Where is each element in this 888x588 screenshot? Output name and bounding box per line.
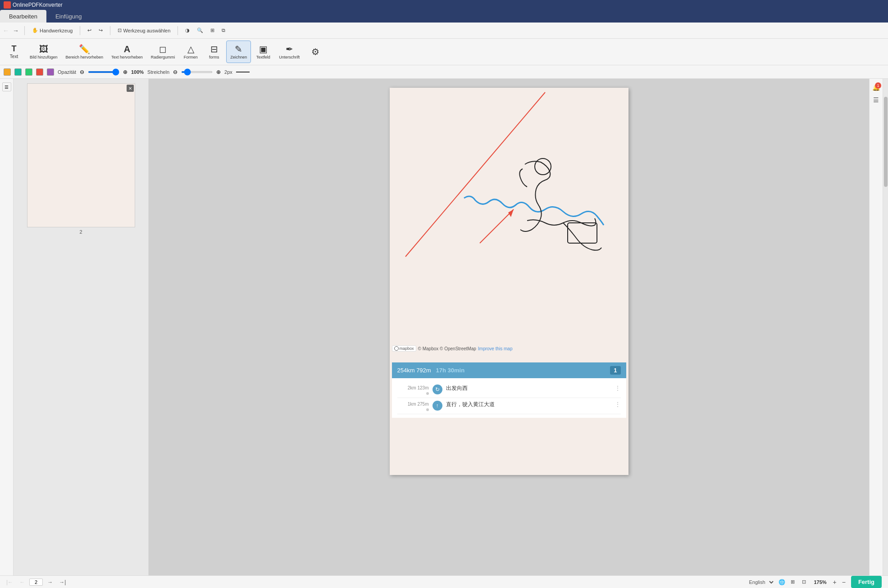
first-page-btn[interactable]: |← — [5, 578, 15, 586]
thumb-delete-btn[interactable]: ✕ — [127, 85, 134, 92]
tool-bereich[interactable]: ✏️ Bereich hervorheben — [62, 41, 107, 63]
opacity-decrease-icon[interactable]: ⊖ — [80, 69, 84, 75]
notification-container: 🔔 1 — [871, 82, 881, 92]
fit-page-btn[interactable]: ⊡ — [800, 578, 808, 586]
tab-einfuegung[interactable]: Einfügung — [46, 10, 91, 23]
opacity-slider[interactable] — [88, 71, 119, 73]
color-swatch-purple[interactable] — [47, 68, 54, 76]
page-number-input[interactable] — [29, 579, 43, 586]
language-select[interactable]: English Deutsch 中文 — [747, 579, 775, 585]
step-2-menu[interactable]: ⋮ — [615, 401, 621, 408]
stroke-value: 2px — [224, 69, 232, 75]
step-1-menu[interactable]: ⋮ — [615, 384, 621, 392]
app-title: OnlinePDFKonverter — [13, 2, 63, 8]
step-2-distance: 1km 275m — [397, 401, 429, 411]
contrast-btn[interactable]: ◑ — [183, 27, 191, 34]
status-right: English Deutsch 中文 🌐 ⊞ ⊡ 175% + − Fertig — [747, 576, 884, 588]
prev-page-btn[interactable]: ← — [18, 578, 27, 586]
eraser-icon: ◻ — [159, 45, 167, 54]
tab-bar: Bearbeiten Einfügung — [0, 10, 888, 23]
next-page-btn[interactable]: → — [46, 578, 55, 586]
grid-btn[interactable]: ⊞ — [209, 27, 216, 34]
extra-icon: ⚙ — [311, 47, 319, 56]
stroke-increase-icon[interactable]: ⊕ — [216, 69, 221, 75]
last-page-btn[interactable]: →| — [57, 578, 68, 586]
separator3 — [110, 26, 110, 35]
route-distance: 254km 792m 17h 30min — [397, 367, 465, 374]
tool-extra[interactable]: ⚙ — [304, 41, 327, 63]
status-bar: |← ← → →| English Deutsch 中文 🌐 ⊞ ⊡ 175% … — [0, 575, 888, 588]
sidebar-list-btn[interactable]: ☰ — [872, 95, 880, 105]
stroke-label: Streicheln — [147, 69, 169, 75]
title-bar: OnlinePDFKonverter — [0, 0, 888, 10]
draw-icon: ✎ — [235, 45, 242, 54]
contrast-icon: ◑ — [185, 27, 190, 33]
separator — [24, 26, 25, 35]
color-swatch-teal[interactable] — [14, 68, 22, 76]
separator2 — [80, 26, 80, 35]
tool-radiergummi[interactable]: ◻ Radiergummi — [147, 41, 179, 63]
undo-btn[interactable]: ↩ — [86, 27, 93, 34]
finalize-btn[interactable]: Fertig — [851, 576, 882, 588]
tool-textfeld[interactable]: ▣ Textfeld — [252, 41, 274, 63]
select-tool-btn[interactable]: ⊡ Werkzeug auswählen — [116, 27, 172, 34]
mapbox-logo: mapbox — [392, 345, 416, 352]
tool-bild[interactable]: 🖼 Bild hinzufügen — [26, 41, 61, 63]
back-icon[interactable]: ← — [3, 27, 9, 34]
separator4 — [178, 26, 178, 35]
stroke-decrease-icon[interactable]: ⊖ — [173, 69, 178, 75]
hand-tool-btn[interactable]: ✋ Handwerkzeug — [30, 27, 74, 34]
copy-icon: ⧉ — [222, 27, 225, 33]
improve-map-link[interactable]: Improve this map — [478, 346, 513, 351]
tab-bearbeiten[interactable]: Bearbeiten — [0, 10, 46, 23]
app-logo: OnlinePDFKonverter — [4, 1, 63, 9]
status-left: |← ← → →| — [5, 578, 68, 586]
zoom-out-btn[interactable]: − — [840, 578, 847, 586]
search-btn[interactable]: 🔍 — [195, 27, 205, 34]
color-swatch-red[interactable] — [36, 68, 43, 76]
panel-toggle-btn[interactable]: ☰ — [2, 82, 11, 91]
toolbar: ← → ✋ Handwerkzeug ↩ ↪ ⊡ Werkzeug auswäh… — [0, 23, 888, 65]
step-1-distance: 2km 123m — [397, 384, 429, 395]
select-icon: ⊡ — [118, 27, 122, 33]
forward-icon[interactable]: → — [13, 27, 19, 34]
opacity-increase-icon[interactable]: ⊕ — [123, 69, 128, 75]
text-highlight-icon: A — [124, 45, 130, 54]
redo-btn[interactable]: ↪ — [97, 27, 105, 34]
copy-btn[interactable]: ⧉ — [220, 27, 227, 34]
opacity-label: Opazität — [58, 69, 76, 75]
color-swatch-yellow[interactable] — [4, 68, 11, 76]
scroll-thumb[interactable] — [884, 97, 888, 187]
image-icon: 🖼 — [39, 45, 48, 54]
zoom-level: 175% — [811, 579, 829, 585]
route-info: 254km 792m 17h 30min 1 2km 123m — [392, 362, 626, 418]
tool-text[interactable]: T Text — [3, 41, 25, 63]
tool-forms[interactable]: ⊟ forms — [203, 41, 225, 63]
step-2-icon: ↑ — [433, 401, 442, 411]
shapes-icon: △ — [187, 45, 194, 54]
route-step-2: 1km 275m ↑ 直行，驶入黄江大道 ⋮ — [397, 398, 621, 414]
opacity-value: 100% — [131, 69, 144, 75]
forms-icon: ⊟ — [210, 45, 218, 54]
undo-icon: ↩ — [87, 27, 91, 33]
grid-icon: ⊞ — [210, 27, 214, 33]
route-badge: 1 — [610, 366, 620, 375]
fit-width-btn[interactable]: ⊞ — [789, 578, 797, 586]
logo-icon — [4, 1, 11, 9]
stroke-slider[interactable] — [181, 71, 213, 73]
textbox-icon: ▣ — [259, 45, 268, 54]
tool-zeichnen[interactable]: ✎ Zeichnen — [226, 41, 251, 63]
tool-unterschrift[interactable]: ✒ Unterschrift — [275, 41, 303, 63]
zoom-in-btn[interactable]: + — [831, 578, 838, 586]
toolbar-row1: ← → ✋ Handwerkzeug ↩ ↪ ⊡ Werkzeug auswäh… — [0, 23, 888, 39]
step-2-dot — [426, 408, 429, 411]
step-1-dot — [426, 392, 429, 395]
page-thumbnail[interactable]: ✕ — [27, 83, 135, 227]
color-swatch-green[interactable] — [25, 68, 32, 76]
toolbar-row2: T Text 🖼 Bild hinzufügen ✏️ Bereich herv… — [0, 39, 888, 65]
tool-formen[interactable]: △ Formen — [179, 41, 202, 63]
route-steps: 2km 123m ↻ 出发向西 ⋮ 1km 275m — [392, 378, 626, 418]
tool-text-hervorheben[interactable]: A Text hervorheben — [108, 41, 146, 63]
step-2-text: 直行，驶入黄江大道 — [446, 401, 495, 408]
route-duration: 17h 30min — [436, 367, 465, 374]
